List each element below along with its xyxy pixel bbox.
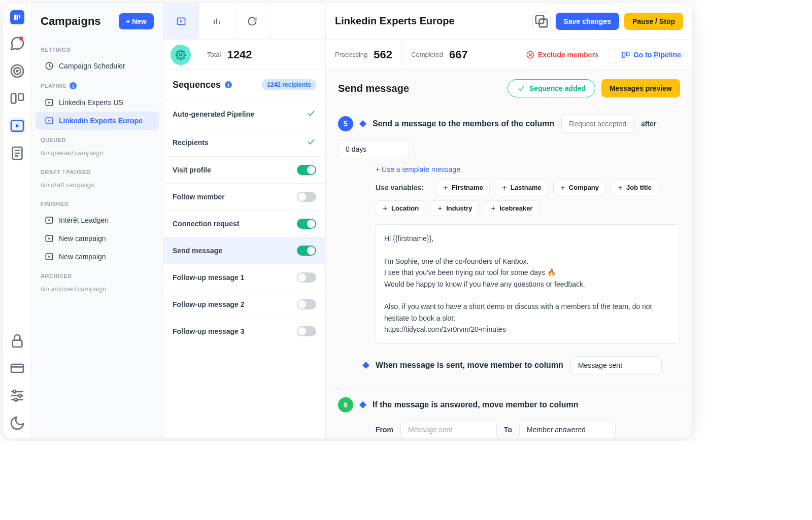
copy-button[interactable] [532,12,551,30]
check-icon [306,108,316,120]
completed-value: 667 [449,48,468,61]
tab-sync[interactable] [234,3,270,40]
variable-chip[interactable]: Job title [611,180,658,195]
sidebar-title: Campaigns [41,15,101,28]
info-icon: i [225,81,232,88]
sidebar-item-campaign-europe[interactable]: Linkedin Experts Europe [36,112,159,130]
play-icon [45,252,54,261]
completed-label: Completed [411,51,443,58]
svg-rect-15 [11,364,23,372]
go-to-pipeline-link[interactable]: Go to Pipeline [610,50,692,59]
toggle[interactable] [297,299,316,309]
save-button[interactable]: Save changes [556,13,619,30]
queued-section-label: QUEUED [31,130,163,147]
play-icon [45,234,54,243]
check-icon [306,136,316,148]
diamond-icon [359,401,366,408]
message-textarea[interactable]: Hi {{firstname}}, I'm Sophie, one of the… [376,224,680,344]
total-label: Total [207,51,221,58]
variable-chip[interactable]: Company [553,180,605,195]
queued-empty: No queued campaign [31,147,163,162]
messages-preview-button[interactable]: Messages preview [601,79,680,97]
column-select[interactable]: Request accepted [561,115,634,133]
step-number: 5 [338,116,353,131]
variable-chip[interactable]: Icebreaker [484,200,539,216]
to-label: To [504,426,512,434]
archived-empty: No archived campaign [31,283,163,298]
step-number: 6 [338,397,353,412]
new-campaign-button[interactable]: + New [119,13,154,29]
svg-marker-9 [16,124,19,128]
toggle[interactable] [297,165,316,175]
moon-icon[interactable] [9,415,25,431]
exclude-members-link[interactable]: Exclude members [515,50,610,59]
tab-builder[interactable] [163,3,199,40]
svg-rect-46 [626,52,629,56]
sidebar-item-finished-0[interactable]: Intérêt Leadgen [36,211,159,229]
sequence-row[interactable]: Follow-up message 2 [163,291,325,318]
finished-section-label: FINISHED [31,194,163,211]
svg-rect-6 [11,94,16,103]
sidebar-item-campaign-us[interactable]: Linkedin Experts US [36,93,159,112]
svg-marker-33 [49,256,51,258]
from-column-select[interactable]: Message sent [400,421,497,438]
step-5: 5 Send a message to the members of the c… [326,107,692,389]
app-logo [10,10,24,24]
settings-sliders-icon[interactable] [9,388,25,404]
tab-analytics[interactable] [199,3,234,40]
recipients-badge: 1242 recipients [262,79,316,90]
sidebar-item-finished-2[interactable]: New campaign [36,248,159,266]
svg-rect-7 [18,94,23,100]
step-title: If the message is answered, move member … [373,400,578,409]
toggle[interactable] [297,246,316,256]
toggle[interactable] [297,326,316,336]
sequence-row[interactable]: Connection request [163,210,325,237]
sidebar-item-scheduler[interactable]: Campaign Scheduler [36,57,159,75]
settings-section-label: SETTINGS [31,40,163,57]
svg-point-20 [13,390,16,393]
sequence-row[interactable]: Follow member [163,183,325,210]
play-icon [45,98,54,107]
svg-marker-29 [49,219,51,222]
svg-marker-27 [49,120,51,122]
sequence-row[interactable]: Recipients [163,128,325,156]
to-column-select[interactable]: Member answered [519,421,616,438]
target-icon[interactable] [9,63,25,79]
draft-section-label: DRAFT / PAUSED [31,162,163,179]
notes-icon[interactable] [9,145,25,161]
pause-button[interactable]: Pause / Stop [624,13,683,30]
processing-value: 562 [374,48,392,61]
toggle[interactable] [297,192,316,202]
variable-chip[interactable]: Firstname [436,180,490,195]
campaign-title: Linkedin Experts Europe [335,15,455,27]
delay-select[interactable]: 0 days [338,140,409,158]
svg-rect-45 [622,52,625,57]
sequences-panel: Total1242 Sequencesi 1242 recipients Aut… [163,3,326,438]
sequence-row[interactable]: Follow-up message 1 [163,264,325,291]
step-6: 6 If the message is answered, move membe… [326,389,692,438]
lock-icon[interactable] [9,333,25,349]
step-title: Send a message to the members of the col… [373,119,554,128]
variable-chip[interactable]: Lastname [495,180,548,195]
campaigns-icon[interactable] [9,118,25,134]
svg-rect-1 [16,15,18,20]
sequence-row[interactable]: Visit profile [163,156,325,183]
variable-chip[interactable]: Location [376,200,425,216]
variable-chip[interactable]: Industry [430,200,479,216]
svg-marker-35 [180,20,182,22]
sequence-row[interactable]: Send message [163,237,325,264]
sequence-row[interactable]: Auto-generated Pipeline [163,99,325,128]
messages-icon[interactable] [9,36,25,52]
sidebar-item-finished-1[interactable]: New campaign [36,229,159,248]
toggle[interactable] [297,219,316,229]
sequence-row[interactable]: Follow-up message 3 [163,318,325,344]
board-icon[interactable] [9,90,25,107]
move-column-select[interactable]: Message sent [570,356,662,374]
move-title: When message is sent, move member to col… [376,361,563,370]
toggle[interactable] [297,272,316,283]
detail-title: Send message [338,83,409,94]
clock-icon [45,61,54,71]
use-template-link[interactable]: + Use a template message [338,158,680,180]
svg-point-39 [180,53,182,56]
card-icon[interactable] [9,360,25,376]
